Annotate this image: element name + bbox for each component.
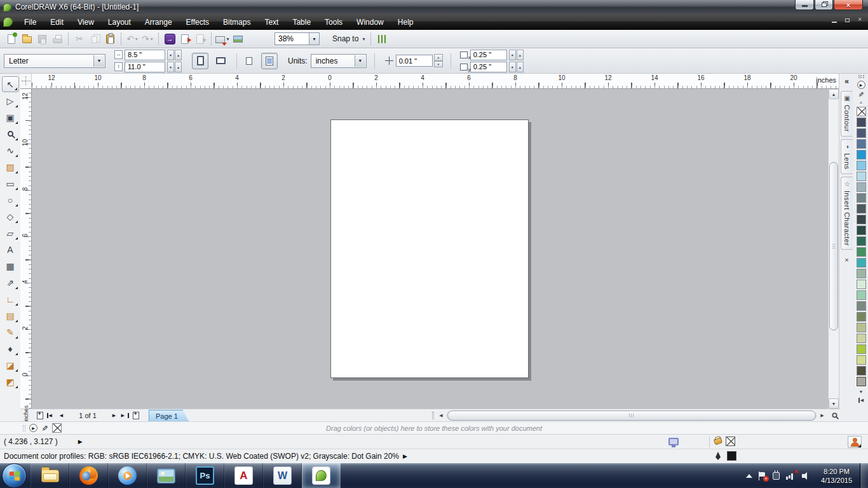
color-swatch[interactable] bbox=[857, 150, 866, 159]
snap-to-dropdown[interactable]: Snap to ▾ bbox=[330, 32, 367, 46]
nudge-spin-down[interactable]: ▾ bbox=[434, 61, 443, 68]
color-swatch[interactable] bbox=[857, 269, 866, 278]
taskbar-adobe-reader[interactable]: A bbox=[224, 463, 263, 488]
fill-color-indicator[interactable] bbox=[714, 437, 735, 446]
menu-text[interactable]: Text bbox=[257, 14, 285, 30]
paper-type-dropdown-icon[interactable]: ▾ bbox=[93, 55, 104, 67]
apply-all-pages-button[interactable] bbox=[241, 53, 257, 69]
taskbar-photoshop[interactable]: Ps bbox=[186, 463, 224, 488]
paper-type-select[interactable]: Letter ▾ bbox=[4, 54, 105, 68]
vertical-scroll-thumb[interactable] bbox=[829, 162, 838, 330]
new-document-button[interactable] bbox=[4, 31, 19, 46]
color-swatch[interactable] bbox=[857, 139, 866, 149]
color-swatch[interactable] bbox=[857, 226, 866, 235]
table-tool[interactable]: ▦ bbox=[2, 258, 19, 274]
color-swatch-none[interactable] bbox=[857, 107, 866, 116]
monitor-icon[interactable] bbox=[668, 438, 679, 445]
clock[interactable]: 8:20 PM 4/13/2015 bbox=[817, 467, 856, 485]
paste-button[interactable] bbox=[102, 31, 118, 46]
docker-tab-lens[interactable]: ◑Lens bbox=[841, 139, 853, 174]
palette-scroll-down-icon[interactable]: ▼ bbox=[859, 390, 864, 394]
show-desktop-button[interactable] bbox=[860, 463, 868, 488]
nudge-distance-input[interactable] bbox=[396, 55, 433, 67]
duplicate-x-spin-down[interactable]: ▾ bbox=[509, 50, 516, 60]
user-account-button[interactable] bbox=[848, 436, 862, 448]
color-swatch[interactable] bbox=[857, 172, 866, 181]
horizontal-scroll-thumb[interactable] bbox=[447, 410, 816, 421]
color-swatch[interactable] bbox=[857, 236, 866, 246]
drawing-canvas[interactable] bbox=[32, 89, 828, 409]
page-width-spin-down[interactable]: ▾ bbox=[167, 50, 174, 60]
menu-layout[interactable]: Layout bbox=[101, 14, 138, 30]
hidden-icons-button[interactable] bbox=[746, 474, 752, 478]
application-launcher-dropdown-icon[interactable]: ▾ bbox=[226, 36, 229, 42]
drop-shadow-tool[interactable]: ▤ bbox=[2, 308, 19, 323]
document-page[interactable] bbox=[330, 119, 529, 378]
vertical-scrollbar[interactable]: ▲ ▼ bbox=[828, 89, 839, 409]
previous-page-button[interactable]: ◀ bbox=[56, 410, 67, 421]
docker-tab-insert-character[interactable]: ☆Insert Character bbox=[841, 177, 853, 250]
last-page-button[interactable]: ▶ bbox=[119, 410, 130, 421]
outline-color-swatch[interactable] bbox=[727, 451, 736, 461]
palette-scroll-up-icon[interactable]: ▲ bbox=[859, 100, 864, 104]
menu-effects[interactable]: Effects bbox=[179, 14, 216, 30]
horizontal-ruler[interactable]: inches 1210864202468101214161820 bbox=[32, 74, 840, 89]
menu-edit[interactable]: Edit bbox=[43, 14, 71, 30]
horizontal-scroll-track[interactable] bbox=[446, 410, 817, 421]
color-swatch[interactable] bbox=[857, 312, 866, 322]
volume-icon[interactable] bbox=[802, 472, 811, 480]
application-launcher-button[interactable]: ▾ bbox=[215, 31, 230, 46]
taskbar-windows-media-player[interactable] bbox=[108, 463, 147, 488]
menu-arrange[interactable]: Arrange bbox=[138, 14, 179, 30]
profiles-flyout-icon[interactable]: ▶ bbox=[403, 453, 407, 459]
doc-minimize-icon[interactable] bbox=[832, 22, 837, 23]
duplicate-y-input[interactable] bbox=[470, 62, 507, 72]
menu-tools[interactable]: Tools bbox=[318, 14, 349, 30]
insert-page-button[interactable]: + bbox=[130, 410, 141, 421]
taskbar-firefox[interactable] bbox=[69, 463, 108, 488]
docker-close-button[interactable]: × bbox=[844, 256, 848, 264]
ruler-origin[interactable] bbox=[20, 74, 32, 89]
import-button[interactable] bbox=[177, 31, 193, 46]
start-button[interactable] bbox=[2, 463, 27, 488]
doc-close-icon[interactable]: × bbox=[858, 17, 862, 23]
color-swatch[interactable] bbox=[857, 128, 866, 138]
color-swatch[interactable] bbox=[857, 204, 866, 214]
page-width-input[interactable] bbox=[125, 50, 165, 60]
duplicate-y-spin-up[interactable]: ▴ bbox=[517, 62, 524, 72]
color-swatch[interactable] bbox=[857, 323, 866, 332]
palette-grip[interactable] bbox=[858, 75, 864, 78]
scroll-right-icon[interactable]: ▶ bbox=[817, 413, 827, 418]
zoom-fit-button[interactable] bbox=[829, 410, 840, 421]
page-width-spin-up[interactable]: ▴ bbox=[175, 50, 182, 60]
next-page-button[interactable]: ▶ bbox=[109, 410, 119, 421]
basic-shapes-tool[interactable]: ▱ bbox=[2, 225, 19, 241]
status-flyout-icon[interactable]: ▶ bbox=[78, 438, 83, 445]
freehand-tool[interactable]: ∿ bbox=[2, 142, 19, 158]
outline-pen-tool[interactable]: ♦ bbox=[2, 341, 19, 356]
pick-tool[interactable]: ↖ bbox=[2, 76, 19, 92]
duplicate-y-spin-down[interactable]: ▾ bbox=[509, 62, 516, 72]
nudge-spin-up[interactable]: ▴ bbox=[434, 54, 443, 61]
doc-restore-icon[interactable] bbox=[845, 18, 850, 22]
search-content-button[interactable]: → bbox=[162, 31, 177, 46]
open-button[interactable] bbox=[19, 31, 34, 46]
duplicate-x-spin-up[interactable]: ▴ bbox=[517, 50, 524, 60]
menu-bitmaps[interactable]: Bitmaps bbox=[216, 14, 257, 30]
color-swatch[interactable] bbox=[857, 355, 866, 365]
close-button[interactable]: × bbox=[834, 0, 863, 10]
palette-flyout-button[interactable]: ▶ bbox=[857, 81, 865, 89]
vertical-ruler[interactable]: 121086420 bbox=[20, 89, 32, 409]
interactive-fill-tool[interactable]: ◩ bbox=[2, 374, 19, 390]
color-swatch[interactable] bbox=[857, 247, 866, 257]
rectangle-tool[interactable]: ▭ bbox=[2, 175, 19, 191]
menu-view[interactable]: View bbox=[71, 14, 101, 30]
units-dropdown-icon[interactable]: ▾ bbox=[355, 55, 365, 67]
portrait-button[interactable] bbox=[192, 53, 208, 69]
menu-table[interactable]: Table bbox=[285, 14, 318, 30]
menu-file[interactable]: File bbox=[17, 14, 43, 30]
taskbar-windows-explorer[interactable] bbox=[31, 463, 69, 488]
network-status-icon[interactable]: × bbox=[786, 471, 796, 480]
page-tab[interactable]: Page 1 bbox=[149, 410, 189, 421]
smart-fill-tool[interactable]: ▨ bbox=[2, 159, 19, 175]
